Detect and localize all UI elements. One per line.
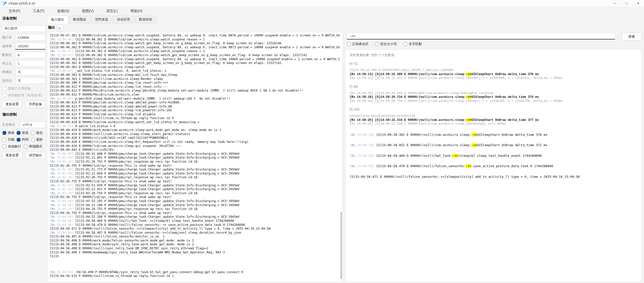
- parity-label: 奇偶位: [2, 70, 15, 74]
- frame-optimize-checkbox[interactable]: [3, 94, 6, 97]
- regex-option[interactable]: 正则表达式: [347, 42, 369, 46]
- close-icon[interactable]: ✕: [632, 0, 644, 7]
- log-line: [S]15:02:26.755 P 00000/lcd/rpc_response…: [50, 180, 340, 184]
- log-line: [S]15:00:49.362 D 00000/lcd/com.asrmicro…: [50, 57, 340, 61]
- result-match-line: [Rx 14:59:13] [S]14:59:15.389 E 00000/(n…: [350, 73, 637, 77]
- ms-checkbox[interactable]: [31, 138, 35, 142]
- log-scrollbar[interactable]: [340, 212, 342, 279]
- log-line: [S]15:00:48.361 D 00000/lcd/com.asrmicro…: [50, 41, 340, 46]
- log-line: [S]15:04:58.471 D 00000/(null)/falcon_se…: [350, 175, 637, 179]
- databits-field-row: 数据位 8: [2, 52, 45, 58]
- menu-view[interactable]: 视图(V): [77, 7, 102, 15]
- menu-tools[interactable]: 工具(T): [28, 7, 53, 15]
- ms-option[interactable]: 毫秒: [31, 137, 45, 142]
- log-line: [Rx 15:04:56] [S]15:04:58.497 D 00000/(n…: [50, 231, 340, 235]
- log-line: [Rx 15:01:24] [S]15:01:26.755 P 00000/pm…: [50, 160, 340, 164]
- baud-field-row: 波特率 115200: [2, 43, 45, 50]
- log-line: [S]15:00:49.413 P 00000/lcd/com.asrmicro…: [50, 113, 340, 117]
- log-line: [S]15:00:49.362 D 00000/lcd/com.asrmicro…: [50, 65, 340, 69]
- time-checkbox[interactable]: [17, 138, 20, 142]
- log-line: [Rx 15:04:56] :04:58.499 P 00000/BTHAL/s…: [50, 270, 340, 274]
- case-sensitive-option[interactable]: 区分大小写: [375, 42, 397, 46]
- rx-label: 接收: [8, 130, 14, 135]
- flag-checkbox[interactable]: [31, 131, 35, 135]
- menu-language[interactable]: 语言(L): [102, 7, 126, 15]
- maximize-icon[interactable]: □: [621, 0, 632, 7]
- tab-data-presets[interactable]: 数据预设: [69, 16, 90, 23]
- minimize-icon[interactable]: —: [609, 0, 621, 7]
- result-context-line: [Rx 14:59:13] [S]14:59:15.411 I 00000/(n…: [350, 76, 637, 80]
- log-line: [S]15:00:49.418 D 00000/lcd/com.asrmicro…: [50, 120, 340, 124]
- flowctrl-select[interactable]: 无: [15, 77, 45, 84]
- log-line: [S]15:00:47.361 D 00000/lcd/com.asrmicro…: [50, 34, 340, 38]
- device-buttons: 更多设置 关闭设备: [2, 101, 45, 108]
- log-line: [Rx 15:04:56] [S]15:04:58.469 D 00000/(n…: [50, 219, 340, 223]
- menu-file[interactable]: 文件(F): [4, 7, 28, 15]
- terminal-option[interactable]: 终端模式: [24, 144, 45, 149]
- result-line-label: 行 94:: [350, 84, 637, 89]
- ms-label: 毫秒: [36, 137, 43, 142]
- databits-select[interactable]: 8: [15, 52, 45, 58]
- output-control-header: 输出控制: [2, 111, 45, 119]
- search-results-panel[interactable]: 实时搜索结果: 找到 7 个匹配项 行 71:[S]14:59:15.056 D…: [345, 50, 641, 282]
- log-line: [S]15:00:49.413 P 00000/pmu/com.asrmicro…: [50, 101, 340, 105]
- clear-output-button[interactable]: 清空输出: [25, 152, 45, 159]
- autowrap-checkbox[interactable]: [3, 145, 6, 148]
- log-line: [Rx 15:01:49] [S]15:01:51.773 P 00000/pm…: [50, 168, 340, 172]
- text-format-select[interactable]: UTF-8: [20, 121, 45, 128]
- rx-checkbox[interactable]: [3, 131, 6, 135]
- menu-help[interactable]: 帮助(H): [126, 7, 150, 15]
- output-more-settings-button[interactable]: 更多设置: [2, 152, 22, 159]
- parity-field-row: 奇偶位 无: [2, 69, 45, 75]
- result-context-line: etEventView backEventView:0x310ecf28: [350, 114, 637, 118]
- baud-input[interactable]: 115200: [15, 43, 45, 50]
- rx-option[interactable]: 接收: [3, 130, 17, 135]
- date-option[interactable]: 日期: [3, 137, 17, 142]
- waveform-icon[interactable]: [57, 25, 63, 31]
- flag-option[interactable]: 标志: [31, 130, 45, 135]
- log-line: [S]15:00:49.390 P 00000/pmu/com.asrmicro…: [50, 81, 340, 85]
- more-settings-button[interactable]: 更多设置: [2, 101, 22, 108]
- log-line: [S]15:00:48.362 D 00000/lcd/com.asrmicro…: [50, 46, 340, 50]
- log-line: [50, 262, 340, 266]
- log-line: [S]15:00:49.442 E 00000/ril/uiRilR1:: [50, 148, 340, 152]
- result-match-line: [Rx 14:59:20] [S]14:59:22.316 E 00000/(n…: [350, 118, 637, 122]
- regex-checkbox[interactable]: [347, 42, 351, 46]
- app-icon: [3, 1, 7, 6]
- log-line: [Rx 15:00:36] [S]15:00:38.381 E 00000/(n…: [350, 133, 637, 137]
- tx-option[interactable]: 发送: [17, 130, 31, 135]
- log-line: [S]15:04:58.471 D 00000/(null)/falcon_se…: [50, 227, 340, 231]
- case-sensitive-checkbox[interactable]: [375, 42, 379, 46]
- log-line: [Rx 15:01:19] [S]15:01:21.691 P 00000/pm…: [50, 156, 340, 160]
- result-context-block: [S]14:59:15.056 D 00000/PMIC/pmic_SEVER_…: [350, 69, 637, 80]
- tx-checkbox[interactable]: [17, 131, 20, 135]
- parity-select[interactable]: 无: [15, 69, 45, 75]
- terminal-checkbox[interactable]: [24, 145, 28, 148]
- log-output-area[interactable]: [S]15:00:47.361 D 00000/lcd/com.asrmicro…: [47, 32, 343, 282]
- menu-options[interactable]: 选项(O): [53, 7, 77, 15]
- ignore-occupied-option[interactable]: 忽略已占用设备: [3, 86, 45, 91]
- time-option[interactable]: 时间: [17, 137, 31, 142]
- log-line: [S]15:00:49.413 P 00000/pmu/com.asrmicro…: [50, 108, 340, 113]
- window-title: xTools v2025.4.10: [9, 2, 35, 5]
- frame-optimize-option[interactable]: 优化帧处理（粘包处理）: [3, 93, 45, 98]
- whole-word-checkbox[interactable]: [403, 42, 407, 46]
- port-select[interactable]: COM58: [15, 34, 45, 41]
- log-line: [Rx 15:03:50] [S]15:03:52.103 P 00000/pm…: [50, 199, 340, 203]
- tab-auto-reply[interactable]: 自动应答: [113, 16, 134, 23]
- menu-bar: 文件(F) 工具(T) 选项(O) 视图(V) 语言(L) 帮助(H): [0, 7, 644, 16]
- tool-type-select[interactable]: 串口助手: [2, 25, 45, 32]
- date-checkbox[interactable]: [3, 138, 6, 142]
- search-button[interactable]: 搜索: [622, 33, 641, 40]
- autowrap-option[interactable]: 自动换行: [3, 144, 24, 149]
- stopbits-select[interactable]: 1: [15, 60, 45, 67]
- close-device-button[interactable]: 关闭设备: [25, 101, 45, 108]
- log-line: [S]15:00:49.419 D 00000/(null)/com.asrmi…: [50, 132, 340, 136]
- whole-word-option[interactable]: 全字匹配: [403, 42, 422, 46]
- tab-data-forward[interactable]: 数据转发: [135, 16, 156, 23]
- ignore-occupied-checkbox[interactable]: [3, 87, 6, 91]
- log-line: [Rx 15:04:20] [S]15:04:22.186 P 00000/pm…: [50, 203, 340, 207]
- tab-timed-send[interactable]: 定时发送: [91, 16, 112, 23]
- tab-input-output[interactable]: 输入输出: [47, 16, 68, 23]
- search-input[interactable]: [347, 33, 615, 39]
